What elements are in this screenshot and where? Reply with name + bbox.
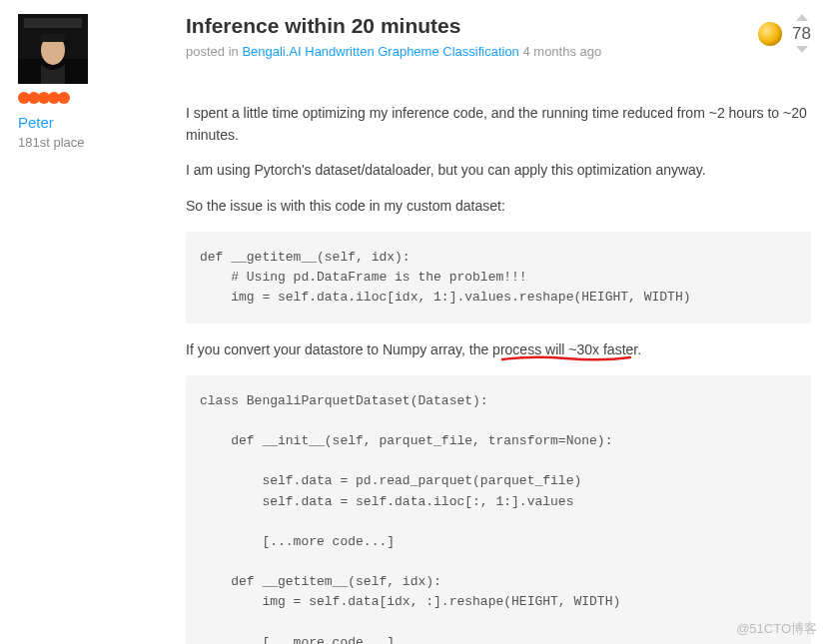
code-block: def __getitem__(self, idx): # Using pd.D… bbox=[186, 232, 811, 323]
author-sidebar: Peter 181st place bbox=[18, 14, 168, 644]
avatar[interactable] bbox=[18, 14, 88, 84]
post-main: Inference within 20 minutes posted in Be… bbox=[186, 14, 811, 644]
post-title: Inference within 20 minutes bbox=[186, 14, 746, 38]
vote-count: 78 bbox=[792, 25, 811, 42]
posted-in-label: posted in bbox=[186, 44, 242, 59]
upvote-button[interactable] bbox=[796, 14, 808, 21]
vote-area: 78 bbox=[758, 14, 811, 53]
svg-rect-5 bbox=[64, 40, 70, 44]
svg-rect-2 bbox=[24, 18, 82, 28]
paragraph: If you convert your datastore to Numpy a… bbox=[186, 339, 811, 361]
gold-medal-icon bbox=[758, 22, 782, 46]
rank-dots bbox=[18, 92, 68, 104]
paragraph: I am using Pytorch's dataset/dataloader,… bbox=[186, 160, 811, 182]
author-place: 181st place bbox=[18, 135, 85, 150]
paragraph: So the issue is with this code in my cus… bbox=[186, 196, 811, 218]
code-block: class BengaliParquetDataset(Dataset): de… bbox=[186, 375, 811, 644]
time-ago: 4 months ago bbox=[519, 44, 601, 59]
downvote-button[interactable] bbox=[796, 46, 808, 53]
competition-link[interactable]: Bengali.AI Handwritten Grapheme Classifi… bbox=[242, 44, 518, 59]
watermark: @51CTO博客 bbox=[736, 620, 817, 638]
paragraph: I spent a little time optimizing my infe… bbox=[186, 103, 811, 146]
post-body: I spent a little time optimizing my infe… bbox=[186, 103, 811, 644]
svg-rect-4 bbox=[41, 34, 65, 42]
author-name-link[interactable]: Peter bbox=[18, 114, 54, 131]
post-meta: posted in Bengali.AI Handwritten Graphem… bbox=[186, 44, 746, 59]
